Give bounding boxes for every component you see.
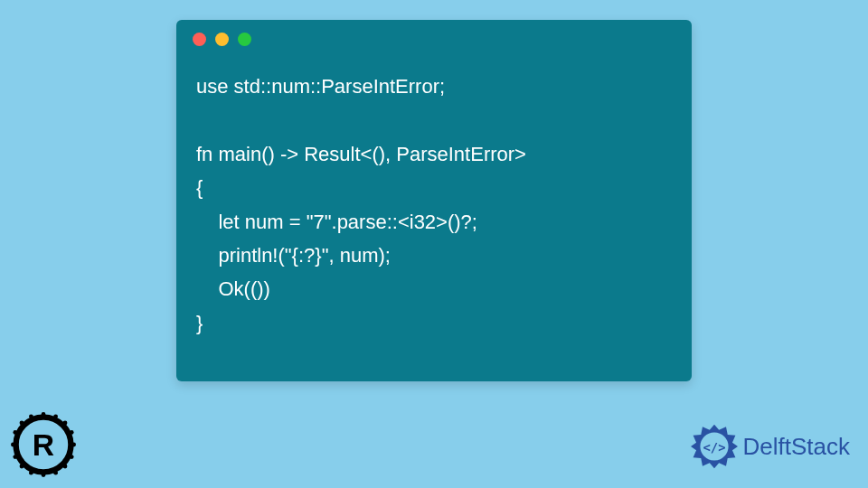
svg-point-13: [13, 430, 17, 435]
svg-text:R: R: [33, 428, 54, 462]
svg-point-5: [20, 421, 24, 426]
svg-point-2: [42, 473, 46, 477]
close-dot-icon: [193, 33, 206, 46]
svg-point-7: [20, 465, 24, 469]
svg-text:</>: </>: [703, 440, 725, 455]
code-window: use std::num::ParseIntError; fn main() -…: [176, 20, 692, 381]
delftstack-logo: </> DelftStack: [691, 423, 851, 470]
svg-point-9: [29, 414, 33, 418]
svg-point-8: [63, 465, 68, 469]
svg-point-1: [42, 412, 46, 417]
svg-point-15: [70, 430, 74, 435]
maximize-dot-icon: [238, 33, 251, 46]
svg-point-6: [63, 421, 68, 426]
rust-logo-icon: R: [7, 408, 80, 481]
svg-point-3: [11, 443, 15, 447]
code-content: use std::num::ParseIntError; fn main() -…: [176, 53, 692, 356]
svg-point-14: [13, 455, 17, 459]
window-controls: [176, 20, 692, 53]
delftstack-brand-text: DelftStack: [743, 433, 851, 461]
svg-point-16: [70, 455, 74, 459]
svg-point-12: [53, 471, 58, 475]
svg-point-4: [71, 443, 76, 447]
minimize-dot-icon: [215, 33, 229, 46]
svg-point-11: [29, 471, 33, 475]
svg-point-10: [53, 414, 58, 418]
delftstack-gear-icon: </>: [691, 423, 738, 470]
